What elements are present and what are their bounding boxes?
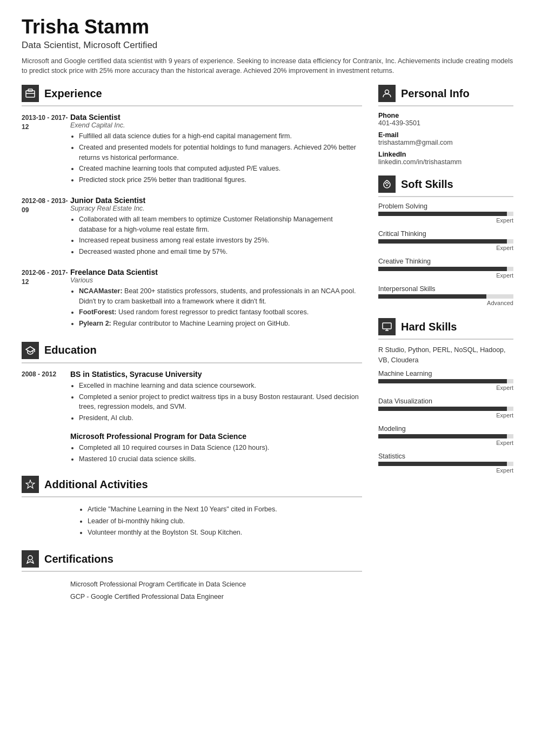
exp-bullets-3: NCAAMaster: Beat 200+ statistics profess… (70, 286, 362, 329)
hard-skills-section: Hard Skills R Studio, Python, PERL, NoSQ… (378, 318, 513, 474)
skill-bar-fill (378, 267, 507, 271)
exp-dates-2: 2012-08 - 2013-09 (22, 196, 70, 258)
exp-content-1: Data Scientist Exend Capital Inc. Fulfil… (70, 113, 362, 186)
certifications-header: Certifications (22, 550, 362, 572)
svg-rect-1 (28, 89, 32, 91)
education-icon (22, 342, 39, 359)
job-title-2: Junior Data Scientist (70, 196, 362, 205)
skill-interpersonal: Interpersonal Skills Advanced (378, 285, 513, 306)
experience-title: Experience (44, 87, 102, 100)
edu-bullets-1: Excelled in machine learning and data sc… (70, 381, 362, 423)
skill-bar-fill (378, 239, 507, 244)
bullet: FootForest: Used random forest regressor… (79, 307, 362, 318)
edu-entry-1: 2008 - 2012 BS in Statistics, Syracuse U… (22, 370, 362, 424)
hard-skills-header: Hard Skills (378, 318, 513, 340)
skill-level: Expert (378, 384, 513, 391)
candidate-name: Trisha Stamm (22, 16, 513, 38)
personal-info-title: Personal Info (401, 87, 470, 100)
skill-critical-thinking: Critical Thinking Expert (378, 230, 513, 251)
skill-bar-bg (378, 379, 513, 383)
skill-level: Expert (378, 272, 513, 279)
certifications-section: Certifications Microsoft Professional Pr… (22, 550, 362, 603)
svg-point-7 (385, 90, 389, 94)
skill-bar-fill (378, 434, 507, 438)
job-title-1: Data Scientist (70, 113, 362, 122)
skill-name: Problem Solving (378, 202, 513, 210)
skill-level: Expert (378, 440, 513, 446)
soft-skills-title: Soft Skills (401, 178, 453, 191)
personal-info-section: Personal Info Phone 401-439-3501 E-mail … (378, 85, 513, 166)
job-title-3: Freelance Data Scientist (70, 268, 362, 276)
skill-bar-bg (378, 434, 513, 438)
header: Trisha Stamm Data Scientist, Microsoft C… (22, 16, 513, 76)
exp-content-3: Freelance Data Scientist Various NCAAMas… (70, 268, 362, 330)
skill-level: Expert (378, 245, 513, 251)
candidate-title: Data Scientist, Microsoft Certified (22, 40, 513, 51)
resume-page: Trisha Stamm Data Scientist, Microsoft C… (0, 0, 535, 756)
phone-label: Phone (378, 112, 513, 119)
exp-bullets-1: Fulfilled all data science duties for a … (70, 131, 362, 185)
right-column: Personal Info Phone 401-439-3501 E-mail … (378, 85, 513, 740)
skill-creative-thinking: Creative Thinking Expert (378, 258, 513, 279)
skill-bar-bg (378, 239, 513, 244)
hard-skills-title: Hard Skills (401, 321, 457, 333)
exp-bullets-2: Collaborated with all team members to op… (70, 214, 362, 257)
skill-bar-fill (378, 379, 507, 383)
cert-item-2: GCP - Google Certified Professional Data… (22, 591, 362, 603)
experience-icon (22, 85, 39, 102)
svg-point-8 (386, 185, 388, 186)
additional-list: Article "Machine Learning in the Next 10… (22, 504, 362, 538)
additional-icon (22, 476, 39, 493)
hard-skills-icon (378, 318, 396, 335)
bullet: Mastered 10 crucial data science skills. (79, 454, 362, 464)
exp-dates-3: 2012-06 - 2017-12 (22, 268, 70, 330)
linkedin-value: linkedin.com/in/trishastamm (378, 158, 513, 166)
main-layout: Experience 2013-10 - 2017-12 Data Scient… (22, 85, 513, 740)
additional-section: Additional Activities Article "Machine L… (22, 476, 362, 538)
phone-value: 401-439-3501 (378, 119, 513, 127)
candidate-summary: Microsoft and Google certified data scie… (22, 56, 513, 77)
additional-item: Volunteer monthly at the Boylston St. So… (88, 527, 362, 538)
skill-bar-fill (378, 407, 507, 411)
certifications-icon (22, 550, 39, 568)
soft-skills-icon (378, 176, 396, 193)
additional-item: Leader of bi-monthly hiking club. (88, 516, 362, 527)
additional-title: Additional Activities (44, 478, 148, 491)
skill-problem-solving: Problem Solving Expert (378, 202, 513, 224)
skill-name: Statistics (378, 453, 513, 460)
svg-rect-0 (26, 91, 35, 97)
skill-modeling: Modeling Expert (378, 425, 513, 446)
hard-skills-top-text: R Studio, Python, PERL, NoSQL, Hadoop, V… (378, 345, 513, 366)
additional-header: Additional Activities (22, 476, 362, 497)
edu-dates-1: 2008 - 2012 (22, 370, 70, 424)
education-header: Education (22, 342, 362, 363)
skill-name: Machine Learning (378, 370, 513, 377)
cert-item-1: Microsoft Professional Program Certifica… (22, 578, 362, 591)
soft-skills-section: Soft Skills Problem Solving Expert Criti… (378, 176, 513, 306)
degree-2: Microsoft Professional Program for Data … (70, 432, 362, 441)
skill-level: Expert (378, 412, 513, 418)
skill-bar-fill (378, 212, 507, 216)
skill-bar-fill (378, 294, 486, 299)
svg-rect-9 (383, 323, 391, 329)
education-section: Education 2008 - 2012 BS in Statistics, … (22, 342, 362, 464)
skill-level: Advanced (378, 300, 513, 306)
bullet: Pylearn 2: Regular contributor to Machin… (79, 319, 362, 329)
skill-name: Creative Thinking (378, 258, 513, 265)
edu-content-1: BS in Statistics, Syracuse University Ex… (70, 370, 362, 424)
bullet: Collaborated with all team members to op… (79, 214, 362, 235)
skill-bar-bg (378, 212, 513, 216)
personal-info-icon (378, 85, 396, 102)
exp-dates-1: 2013-10 - 2017-12 (22, 113, 70, 186)
email-label: E-mail (378, 131, 513, 139)
skill-name: Modeling (378, 425, 513, 433)
email-value: trishastamm@gmail.com (378, 139, 513, 146)
skill-name: Data Visualization (378, 397, 513, 405)
svg-marker-5 (26, 480, 35, 488)
skill-bar-bg (378, 294, 513, 299)
skill-level: Expert (378, 217, 513, 224)
skill-bar-fill (378, 462, 507, 466)
skill-bar-bg (378, 407, 513, 411)
experience-header: Experience (22, 85, 362, 106)
experience-section: Experience 2013-10 - 2017-12 Data Scient… (22, 85, 362, 330)
